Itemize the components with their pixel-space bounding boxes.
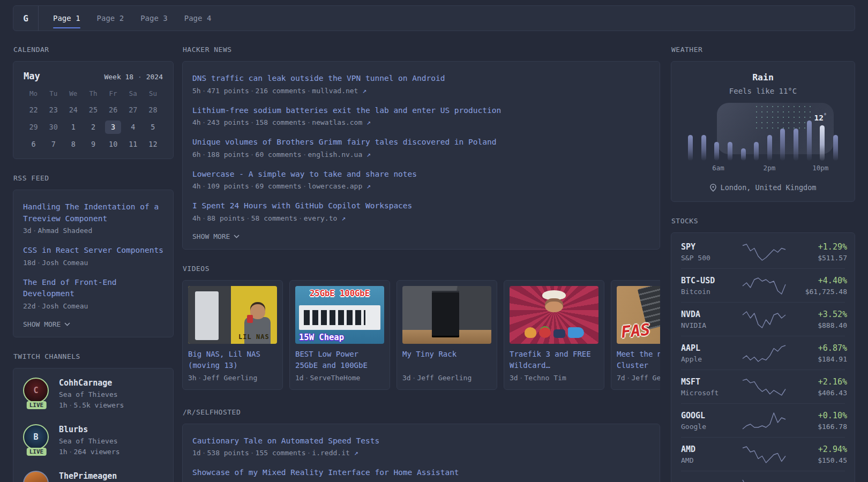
avatar: C xyxy=(23,378,49,403)
video-thumbnail[interactable]: LIL NAS xyxy=(188,286,277,344)
video-title-link[interactable]: Traefik 3 and FREE Wildcard… xyxy=(510,349,598,371)
twitch-avatar: B LIVE xyxy=(23,424,50,454)
calendar-day: 7 xyxy=(43,138,63,151)
weekday-label: Mo xyxy=(24,89,43,100)
hn-item-link[interactable]: Unique volumes of Brothers Grimm fairy t… xyxy=(192,137,650,148)
hn-domain-link[interactable]: newatlas.com ↗ xyxy=(312,118,371,126)
weekday-label: Su xyxy=(143,89,163,100)
stock-change: +4.40% xyxy=(787,276,847,285)
stock-row[interactable]: NVDANVIDIA +3.52%$888.40 xyxy=(681,302,845,336)
calendar-day: 23 xyxy=(43,103,63,117)
hn-domain-link[interactable]: english.nv.ua ↗ xyxy=(308,150,371,159)
stock-row[interactable]: MSFTMicrosoft +2.16%$406.43 xyxy=(681,370,845,403)
video-thumbnail[interactable] xyxy=(402,286,491,344)
twitch-channel-row[interactable]: B LIVE Blurbs Sea of Thieves 1h·264 view… xyxy=(23,424,163,456)
twitch-channel-name[interactable]: ThePrimeagen xyxy=(59,471,117,481)
stock-row[interactable]: RDDT -1.65% xyxy=(681,471,845,482)
stock-row[interactable]: AAPLApple +6.87%$184.91 xyxy=(681,336,845,370)
reddit-domain-link[interactable]: i.redd.it ↗ xyxy=(312,449,358,457)
stock-row[interactable]: AMDAMD +2.94%$150.45 xyxy=(681,437,845,471)
video-channel-link[interactable]: Jeff Geerling xyxy=(203,374,257,382)
video-title-link[interactable]: BEST Low Power 25GbE and 100GbE Switch… xyxy=(295,349,384,371)
hn-item-link[interactable]: Lithium-free sodium batteries exit the l… xyxy=(192,105,650,117)
rss-item: Handling The Indentation of a Treeview C… xyxy=(23,201,163,235)
twitch-channel-name[interactable]: Blurbs xyxy=(59,425,120,434)
hn-show-more-button[interactable]: SHOW MORE xyxy=(192,232,650,240)
hn-domain-link[interactable]: every.to ↗ xyxy=(304,214,346,222)
app-logo[interactable]: G xyxy=(13,6,39,31)
video-title-link[interactable]: Big NAS, Lil NAS (moving 13) xyxy=(188,349,277,371)
video-title-link[interactable]: Meet the new Linux Cluster xyxy=(617,349,660,371)
reddit-comments-link[interactable]: 155 comments xyxy=(256,449,306,457)
twitch-channel-row[interactable]: ThePrimeagen xyxy=(23,471,163,482)
video-channel-link[interactable]: Jeff Geerling xyxy=(417,374,472,382)
server-rack-art xyxy=(432,291,459,337)
temperature-bar xyxy=(754,142,759,161)
twitch-meta: 1h·264 viewers xyxy=(59,448,120,456)
hn-item-link[interactable]: DNS traffic can leak outside the VPN tun… xyxy=(192,73,650,85)
twitch-channel-name[interactable]: CohhCarnage xyxy=(59,378,124,388)
pc-tower-art xyxy=(195,291,219,340)
live-badge: LIVE xyxy=(27,448,47,456)
rss-item-link[interactable]: Handling The Indentation of a Treeview C… xyxy=(23,201,163,224)
tab-page-2[interactable]: Page 2 xyxy=(97,6,124,31)
stock-value: $150.45 xyxy=(787,456,847,464)
live-badge: LIVE xyxy=(27,401,47,409)
video-channel-link[interactable]: Techno Tim xyxy=(524,374,566,382)
stock-row[interactable]: BTC-USDBitcoin +4.40%$61,725.48 xyxy=(681,268,845,302)
hn-domain-link[interactable]: mullvad.net ↗ xyxy=(312,87,366,95)
hn-domain-link[interactable]: lowercase.app ↗ xyxy=(308,182,371,190)
calendar-header: CALENDAR xyxy=(13,46,173,54)
video-thumbnail[interactable]: 25GbE 100GbE 15W Cheap xyxy=(295,286,384,344)
stock-ticker: MSFT xyxy=(681,377,741,387)
stock-row[interactable]: GOOGLGoogle +0.10%$166.78 xyxy=(681,403,845,437)
video-title-link[interactable]: My Tiny Rack xyxy=(402,349,491,371)
temperature-bar xyxy=(767,135,772,161)
nav-tabs: Page 1 Page 2 Page 3 Page 4 xyxy=(39,6,211,31)
hn-item-link[interactable]: I Spent 24 Hours with GitHub Copilot Wor… xyxy=(192,200,650,212)
calendar-day: 11 xyxy=(123,138,143,151)
hn-comments-link[interactable]: 58 comments xyxy=(251,214,297,222)
hn-item-link[interactable]: Lowercase - A simple way to take and sha… xyxy=(192,169,650,180)
external-link-icon: ↗ xyxy=(362,87,366,95)
calendar-month: May xyxy=(24,71,40,81)
left-column: CALENDAR May Week 18 · 2024 Mo Tu xyxy=(13,46,174,482)
tab-page-3[interactable]: Page 3 xyxy=(140,6,168,31)
reddit-item-link[interactable]: Showcase of my Mixed Reality Interface f… xyxy=(192,467,650,479)
video-thumbnail[interactable]: FAS xyxy=(617,286,660,344)
twitch-channel-row[interactable]: C LIVE CohhCarnage Sea of Thieves 1h·5.5… xyxy=(23,378,163,409)
calendar-day: 27 xyxy=(123,103,143,117)
network-switch-art xyxy=(299,305,380,330)
rss-item-link[interactable]: CSS in React Server Components xyxy=(23,245,163,257)
thumb-caption: FAS xyxy=(620,320,652,341)
weekday-label: Fr xyxy=(103,89,123,100)
reddit-item-link[interactable]: Cautionary Tale on Automated Speed Tests xyxy=(192,435,650,447)
tab-page-1[interactable]: Page 1 xyxy=(53,6,80,31)
calendar-day: 29 xyxy=(24,120,43,134)
rss-show-more-button[interactable]: SHOW MORE xyxy=(23,320,163,328)
hn-comments-link[interactable]: 216 comments xyxy=(256,87,306,95)
hn-comments-link[interactable]: 69 comments xyxy=(256,182,302,190)
hn-comments-link[interactable]: 60 comments xyxy=(256,150,302,159)
hn-comments-link[interactable]: 158 comments xyxy=(256,118,306,126)
rss-item: CSS in React Server Components 18d·Josh … xyxy=(23,245,163,267)
video-channel-link[interactable]: ServeTheHome xyxy=(310,374,360,382)
calendar-day: 8 xyxy=(63,138,83,151)
stock-row[interactable]: SPYS&P 500 +1.29%$511.57 xyxy=(681,235,845,268)
stock-name: S&P 500 xyxy=(681,254,741,262)
weather-section: WEATHER Rain Feels like 11°C 12° 6am2pm1… xyxy=(671,46,855,202)
stock-change: +0.10% xyxy=(787,411,847,420)
rss-item-link[interactable]: The End of Front-End Development xyxy=(23,277,163,300)
video-channel-link[interactable]: Jeff Geerling xyxy=(631,374,660,382)
tab-page-4[interactable]: Page 4 xyxy=(184,6,212,31)
rss-section: RSS FEED Handling The Indentation of a T… xyxy=(13,174,174,337)
stock-change: +3.52% xyxy=(787,310,847,319)
middle-column: HACKER NEWS DNS traffic can leak outside… xyxy=(182,46,660,482)
video-card: FAS Meet the new Linux Cluster 7d·Jeff G… xyxy=(611,280,660,390)
video-card: My Tiny Rack 3d·Jeff Geerling xyxy=(396,280,497,390)
external-link-icon: ↗ xyxy=(366,118,371,126)
stock-change: +1.29% xyxy=(787,242,847,252)
stocks-section: STOCKS SPYS&P 500 +1.29%$511.57 BTC-USDB… xyxy=(671,217,855,482)
hn-item: DNS traffic can leak outside the VPN tun… xyxy=(192,73,650,95)
video-thumbnail[interactable] xyxy=(510,286,598,344)
